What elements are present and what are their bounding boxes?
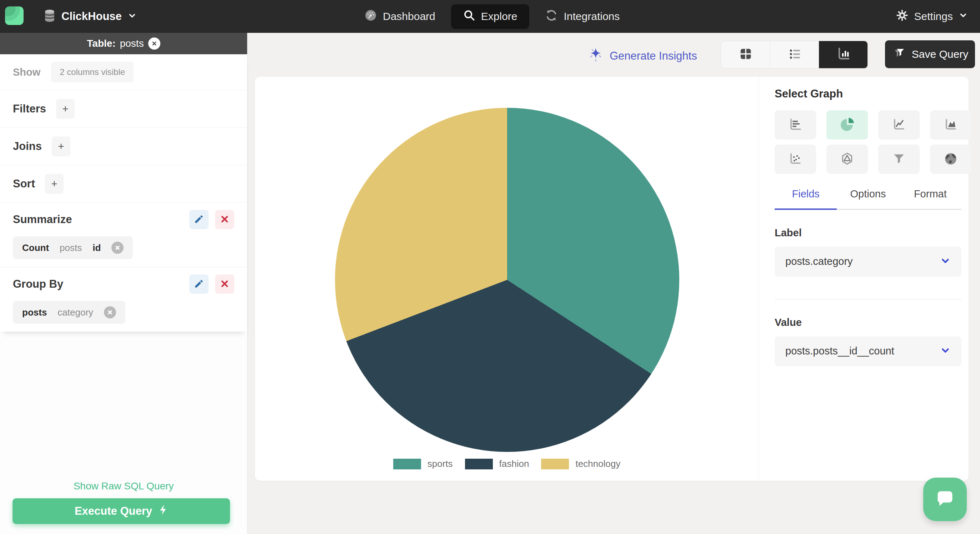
delete-group-by-button[interactable] [215, 275, 234, 294]
chart-view-icon [835, 46, 851, 63]
legend-item-fashion[interactable]: fashion [465, 458, 529, 469]
close-icon [220, 280, 229, 289]
sparkle-icon [587, 46, 604, 66]
label-field-select[interactable]: posts.category [775, 247, 961, 277]
divider [775, 299, 961, 299]
pie-chart[interactable] [335, 108, 679, 452]
value-field-select[interactable]: posts.posts__id__count [775, 336, 961, 366]
nav-item-label: Explore [481, 10, 517, 22]
graph-type-pie-button[interactable] [826, 110, 868, 140]
joins-label: Joins [13, 140, 42, 153]
view-toggle-group [721, 41, 868, 68]
graph-type-area-button[interactable] [930, 110, 971, 140]
settings-label: Settings [914, 10, 953, 22]
table-view-button[interactable] [721, 41, 770, 68]
query-builder-sidebar: Table: posts Show 2 columns visible Filt… [0, 33, 248, 534]
nav-item-integrations[interactable]: Integrations [545, 9, 620, 24]
chevron-down-icon [127, 11, 137, 22]
select-graph-title: Select Graph [775, 87, 961, 100]
table-header: Table: posts [0, 33, 247, 54]
show-label: Show [13, 67, 40, 78]
legend-label: sports [428, 458, 453, 469]
chat-icon [935, 490, 955, 510]
nav-item-explore[interactable]: Explore [451, 4, 530, 29]
database-switcher[interactable]: ClickHouse [44, 0, 137, 33]
delete-summarize-button[interactable] [215, 210, 234, 229]
chevron-down-icon [959, 10, 968, 22]
remove-table-button[interactable] [148, 38, 161, 49]
summarize-chip: Count posts id [13, 236, 133, 259]
group-by-label: Group By [13, 278, 63, 291]
chat-widget-button[interactable] [923, 478, 967, 521]
legend-item-technology[interactable]: technology [541, 458, 620, 469]
radar-chart-icon [840, 151, 854, 167]
show-section: Show 2 columns visible [0, 54, 247, 90]
app-logo[interactable] [5, 6, 24, 25]
show-raw-sql-link[interactable]: Show Raw SQL Query [0, 480, 247, 492]
graph-type-grid [775, 110, 961, 174]
save-query-button[interactable]: Save Query [885, 40, 975, 68]
execute-query-button[interactable]: Execute Query [13, 498, 230, 524]
settings-menu[interactable]: Settings [896, 0, 968, 33]
lightning-icon [159, 504, 168, 518]
funnel-icon [892, 46, 906, 63]
add-filter-button[interactable]: + [56, 99, 75, 119]
filters-section: Filters + [0, 90, 247, 127]
database-name: ClickHouse [61, 10, 122, 23]
graph-type-funnel-button[interactable] [878, 145, 920, 174]
app-root: ClickHouse Dashboard Explore [0, 0, 980, 534]
sort-label: Sort [13, 177, 35, 190]
generate-insights-button[interactable]: Generate Insights [587, 46, 697, 66]
columns-visible-chip[interactable]: 2 columns visible [51, 62, 134, 83]
legend-label: technology [575, 458, 620, 469]
sync-icon [545, 9, 558, 24]
graph-type-bar-button[interactable] [775, 110, 816, 140]
execute-query-label: Execute Query [75, 505, 152, 518]
bar-chart-icon [788, 118, 803, 133]
remove-group-by-chip-button[interactable] [104, 306, 116, 318]
legend-swatch [541, 459, 569, 469]
chart-legend: sportsfashiontechnology [255, 458, 759, 469]
chip-table-name: posts [22, 307, 47, 318]
chart-view-button[interactable] [819, 41, 867, 68]
pencil-icon [194, 214, 204, 225]
group-by-chip: posts category [13, 301, 126, 324]
graph-type-scatter-button[interactable] [775, 145, 816, 174]
graph-type-line-button[interactable] [878, 110, 920, 140]
label-field-value: posts.category [785, 256, 853, 267]
edit-summarize-button[interactable] [189, 210, 208, 229]
value-field-value: posts.posts__id__count [785, 345, 894, 357]
remove-summarize-chip-button[interactable] [111, 242, 124, 254]
label-field-heading: Label [775, 227, 961, 239]
search-icon [463, 9, 476, 24]
joins-section: Joins + [0, 128, 247, 165]
add-join-button[interactable]: + [52, 137, 70, 156]
pencil-icon [194, 279, 204, 290]
table-name: posts [120, 38, 144, 49]
list-view-button[interactable] [770, 41, 819, 68]
edit-group-by-button[interactable] [189, 275, 208, 294]
nav-item-dashboard[interactable]: Dashboard [364, 9, 435, 24]
chip-column-name: category [57, 307, 93, 318]
tab-options[interactable]: Options [837, 188, 899, 209]
results-card: sportsfashiontechnology Select Graph [255, 77, 969, 481]
chevron-down-icon [940, 256, 951, 268]
graph-settings-panel: Select Graph [759, 77, 969, 481]
legend-item-sports[interactable]: sports [393, 458, 453, 469]
query-sections: Show 2 columns visible Filters + Joins +… [0, 54, 247, 332]
gear-icon [896, 9, 908, 24]
value-field-heading: Value [775, 316, 961, 328]
table-header-prefix: Table: [87, 38, 115, 49]
group-by-section: Group By posts category [0, 267, 247, 332]
add-sort-button[interactable]: + [45, 174, 64, 194]
close-icon [220, 215, 229, 224]
tab-fields[interactable]: Fields [775, 188, 837, 210]
legend-swatch [393, 459, 421, 469]
nav-item-label: Integrations [563, 10, 620, 22]
scatter-plot-icon [788, 152, 803, 167]
chevron-down-icon [940, 345, 951, 357]
tab-format[interactable]: Format [899, 188, 961, 209]
graph-type-map-button[interactable] [930, 145, 971, 174]
list-view-icon [786, 46, 802, 63]
graph-type-radar-button[interactable] [826, 145, 868, 174]
